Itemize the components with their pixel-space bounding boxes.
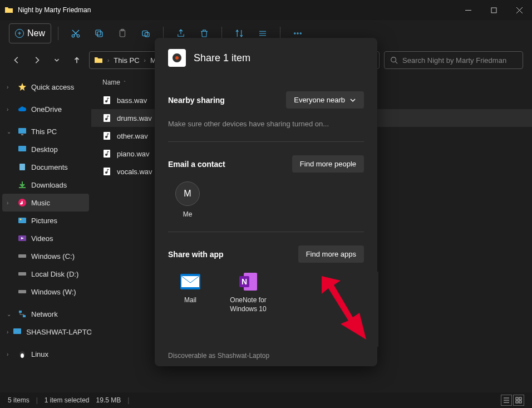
svg-rect-14 <box>21 134 23 135</box>
find-more-apps-button[interactable]: Find more apps <box>298 245 364 263</box>
cloud-icon <box>18 105 27 114</box>
svg-rect-15 <box>18 146 26 151</box>
sidebar-item-onedrive[interactable]: ›OneDrive <box>2 100 89 118</box>
sidebar-item-videos[interactable]: Videos <box>2 229 89 247</box>
window-title: Night by Marty Friedman <box>18 6 455 14</box>
divider <box>168 232 364 232</box>
view-details-button[interactable] <box>501 395 512 406</box>
chevron-right-icon: › <box>7 329 8 335</box>
chevron-down-icon: ⌄ <box>7 311 13 317</box>
status-bar: 5 items | 1 item selected 19.5 MB | <box>0 392 532 408</box>
avatar: M <box>175 181 200 206</box>
chevron-right-icon: › <box>107 57 109 63</box>
svg-rect-0 <box>491 8 496 13</box>
sidebar-item-downloads[interactable]: Downloads <box>2 176 89 194</box>
cut-button[interactable] <box>65 23 86 43</box>
crumb-thispc[interactable]: This PC <box>114 56 139 65</box>
sidebar-item-documents[interactable]: Documents <box>2 158 89 176</box>
music-icon <box>18 198 27 207</box>
maximize-button[interactable] <box>481 0 506 20</box>
linux-icon <box>18 350 27 358</box>
sidebar: ›Quick access ›OneDrive ⌄This PC Desktop… <box>0 73 91 388</box>
chevron-right-icon: › <box>7 200 13 206</box>
sidebar-item-windows-w[interactable]: Windows (W:) <box>2 283 89 301</box>
sidebar-item-windows-c[interactable]: Windows (C:) <box>2 247 89 265</box>
rename-button[interactable] <box>135 23 156 43</box>
plus-icon: + <box>15 29 24 38</box>
svg-rect-31 <box>104 114 110 122</box>
sidebar-item-music[interactable]: ›Music <box>2 194 89 212</box>
recent-button[interactable] <box>49 52 65 68</box>
audio-file-icon <box>102 131 111 140</box>
new-label: New <box>27 28 45 38</box>
svg-point-28 <box>21 353 24 358</box>
sort-asc-icon: ˄ <box>124 80 126 85</box>
audio-file-icon <box>102 167 111 176</box>
chevron-right-icon: › <box>7 351 13 357</box>
audio-file-icon <box>102 96 111 105</box>
desktop-icon <box>18 145 27 154</box>
nearby-sharing-dropdown[interactable]: Everyone nearb <box>286 91 364 109</box>
app-onenote[interactable]: N OneNote for Windows 10 <box>226 272 270 313</box>
up-button[interactable] <box>69 52 85 68</box>
svg-point-30 <box>105 100 107 102</box>
pictures-icon <box>18 216 27 225</box>
folder-icon <box>94 56 103 65</box>
contact-me[interactable]: M Me <box>168 181 207 218</box>
svg-point-36 <box>105 154 107 156</box>
search-input[interactable]: Search Night by Marty Friedman <box>384 51 523 69</box>
titlebar: Night by Marty Friedman <box>0 0 532 20</box>
sidebar-item-desktop[interactable]: Desktop <box>2 140 89 158</box>
svg-point-12 <box>391 57 396 62</box>
copy-button[interactable] <box>88 23 110 43</box>
svg-rect-3 <box>97 32 102 37</box>
view-thumbnails-button[interactable] <box>513 395 524 406</box>
svg-rect-24 <box>19 311 22 313</box>
drive-icon <box>18 287 27 296</box>
chevron-down-icon: ⌄ <box>7 129 13 135</box>
sidebar-item-pictures[interactable]: Pictures <box>2 212 89 229</box>
monitor-icon <box>13 327 22 336</box>
sidebar-item-network[interactable]: ⌄Network <box>2 305 89 323</box>
sidebar-item-local-d[interactable]: Local Disk (D:) <box>2 265 89 283</box>
sidebar-item-linux[interactable]: ›Linux <box>2 345 89 363</box>
share-panel: Share 1 item Nearby sharing Everyone nea… <box>155 38 377 366</box>
downloads-icon <box>18 180 27 189</box>
sidebar-item-network-pc[interactable]: ›SHASHWAT-LAPTOP <box>2 323 89 341</box>
sidebar-item-thispc[interactable]: ⌄This PC <box>2 122 89 140</box>
close-button[interactable] <box>506 0 532 20</box>
paste-button[interactable] <box>112 23 133 43</box>
svg-point-34 <box>105 136 107 138</box>
monitor-icon <box>18 127 27 136</box>
svg-rect-26 <box>13 328 21 334</box>
separator <box>58 27 58 40</box>
svg-point-11 <box>300 33 301 34</box>
svg-point-10 <box>297 33 298 34</box>
sidebar-item-quick-access[interactable]: ›Quick access <box>2 78 89 96</box>
svg-rect-35 <box>104 150 110 158</box>
email-contact-label: Email a contact <box>168 160 225 169</box>
svg-point-38 <box>105 171 107 174</box>
svg-rect-4 <box>96 30 101 35</box>
nearby-sharing-hint: Make sure other devices have sharing tur… <box>168 120 364 128</box>
videos-icon <box>18 234 27 243</box>
divider <box>168 141 364 142</box>
svg-point-40 <box>175 56 179 60</box>
share-thumbnail <box>168 49 186 67</box>
drive-icon <box>18 252 27 260</box>
share-title: Share 1 item <box>194 52 250 64</box>
app-label: Mail <box>184 296 196 305</box>
share-with-app-label: Share with app <box>168 250 224 259</box>
minimize-button[interactable] <box>455 0 481 20</box>
drive-icon <box>18 269 27 278</box>
star-icon <box>18 82 27 91</box>
forward-button[interactable] <box>29 52 45 68</box>
svg-rect-29 <box>104 96 110 104</box>
back-button[interactable] <box>9 52 24 68</box>
svg-rect-21 <box>18 254 26 258</box>
network-icon <box>18 309 27 318</box>
new-button[interactable]: + New <box>9 23 51 43</box>
svg-point-32 <box>105 118 107 120</box>
find-more-people-button[interactable]: Find more people <box>292 155 364 173</box>
app-mail[interactable]: Mail <box>168 272 213 313</box>
